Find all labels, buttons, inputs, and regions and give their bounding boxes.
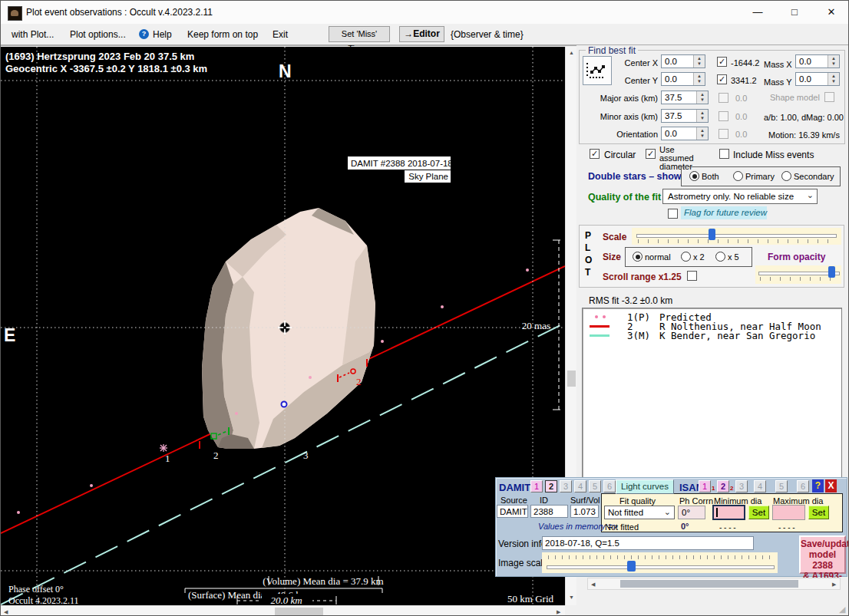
- damit-tab-1[interactable]: 1: [530, 480, 543, 492]
- close-button[interactable]: ✕: [813, 1, 849, 24]
- light-curves-button[interactable]: Light curves: [616, 479, 674, 494]
- source-field[interactable]: DAMIT: [497, 505, 528, 518]
- flag-review-checkbox[interactable]: [668, 209, 678, 219]
- find-best-fit-button[interactable]: [583, 56, 612, 85]
- menu-exit[interactable]: Exit: [273, 29, 288, 40]
- form-opacity-thumb[interactable]: [828, 266, 835, 278]
- v-scroll-thumb[interactable]: [567, 371, 576, 387]
- min-dia-set-button[interactable]: Set: [748, 506, 769, 519]
- circular-label: Circular: [604, 150, 636, 160]
- primary-radio[interactable]: [733, 171, 743, 181]
- image-scale-slider[interactable]: [542, 552, 778, 573]
- damit-close-button[interactable]: X: [825, 479, 837, 492]
- maximize-button[interactable]: □: [776, 1, 813, 24]
- memory-ph-corr: 0°: [681, 522, 689, 531]
- min-dia-input[interactable]: [712, 505, 745, 520]
- source-header: Source: [500, 496, 527, 505]
- size-x2-radio[interactable]: [681, 252, 691, 262]
- include-miss-checkbox[interactable]: [719, 149, 729, 159]
- version-info-field[interactable]: 2018-07-18, Q=1.5: [542, 536, 754, 550]
- isam-tab-1[interactable]: 1: [699, 480, 711, 492]
- damit-tab-3[interactable]: 3: [560, 480, 572, 492]
- id-field[interactable]: 2388: [530, 505, 568, 518]
- image-scale-thumb[interactable]: [627, 561, 636, 572]
- isam-tab-4[interactable]: 4: [754, 480, 766, 492]
- ab-dmag-label: a/b: 1.00, dMag: 0.00: [764, 113, 844, 122]
- circular-checkbox[interactable]: ✓: [590, 149, 600, 159]
- form-opacity-label: Form opacity: [768, 252, 825, 262]
- quality-combobox[interactable]: Astrometry only. No reliable size ⌄: [662, 189, 818, 204]
- save-update-button[interactable]: Save/updatemodel 2388& A1693-2: [799, 535, 846, 574]
- scroll-left-icon[interactable]: ◀: [591, 581, 595, 588]
- sky-plot[interactable]: 1 2 2 3 20 mas (1693) Hertzsprung 2023 F…: [1, 47, 565, 605]
- isam-tab-3[interactable]: 3: [735, 480, 748, 492]
- resize-grip-icon[interactable]: ◢: [839, 604, 845, 614]
- plot-horizontal-scrollbar[interactable]: ◀ ▶: [1, 605, 565, 616]
- menu-keep-on-top[interactable]: Keep form on top: [187, 29, 258, 40]
- scroll-left-icon[interactable]: ◀: [4, 609, 8, 615]
- fit-x-checkbox[interactable]: ✓: [717, 57, 727, 67]
- observations-list[interactable]: 1(P) Predicted 2 R Nolthenius, near Half…: [582, 308, 842, 478]
- predicted-dot-icon: [595, 315, 598, 318]
- center-y-spinner[interactable]: 0.0 ▲▼: [661, 72, 705, 86]
- h-scroll-thumb[interactable]: [275, 608, 323, 616]
- max-dia-set-button[interactable]: Set: [808, 506, 829, 519]
- scroll-down-icon[interactable]: ▼: [569, 595, 574, 600]
- secondary-radio[interactable]: [781, 171, 791, 181]
- scroll-right-icon[interactable]: ▶: [832, 581, 836, 588]
- east-label: E: [4, 325, 15, 345]
- secondary-label: Secondary: [794, 172, 834, 181]
- memory-fit-quality: Not fitted: [605, 522, 639, 532]
- menu-help[interactable]: Help: [153, 29, 172, 40]
- set-miss-times-button[interactable]: Set 'Miss' Times: [329, 26, 390, 42]
- mass-x-spinner[interactable]: 0.0 ▲▼: [795, 54, 840, 68]
- major-axis-spinner[interactable]: 37.5 ▲▼: [661, 91, 709, 104]
- ph-corr-field[interactable]: 0°: [678, 506, 705, 519]
- scale-label: Scale: [603, 232, 626, 242]
- minor-axis-spinner[interactable]: 37.5 ▲▼: [661, 109, 709, 123]
- scale-slider[interactable]: [632, 228, 841, 245]
- use-assumed-checkbox[interactable]: ✓: [646, 149, 656, 159]
- damit-tab-5[interactable]: 5: [589, 480, 601, 492]
- panel-scroll-thumb[interactable]: [620, 580, 798, 588]
- editor-button[interactable]: →Editor: [399, 26, 444, 42]
- mass-y-spinner[interactable]: 0.0 ▲▼: [795, 72, 840, 86]
- panel-horizontal-scrollbar[interactable]: ◀ ▶: [587, 578, 841, 590]
- scale-slider-thumb[interactable]: [709, 229, 715, 240]
- damit-help-button[interactable]: ?: [812, 479, 824, 492]
- center-x-spinner[interactable]: 0.0 ▲▼: [661, 54, 705, 68]
- scroll-right-icon[interactable]: ▶: [557, 609, 560, 615]
- minimize-button[interactable]: —: [739, 1, 776, 24]
- max-dia-input[interactable]: [772, 505, 805, 520]
- both-radio[interactable]: [689, 171, 699, 181]
- minor-fit-value: 0.0: [735, 112, 747, 121]
- menu-with-plot[interactable]: with Plot...: [12, 29, 54, 40]
- obs-row-num[interactable]: 3(M): [627, 331, 650, 341]
- isam-tab-5[interactable]: 5: [775, 480, 788, 492]
- damit-tab-4[interactable]: 4: [574, 480, 586, 492]
- isam-tab-6[interactable]: 6: [797, 480, 809, 492]
- flag-review-label: Flag for future review: [684, 208, 767, 217]
- damit-tab-6[interactable]: 6: [603, 480, 616, 492]
- form-opacity-slider[interactable]: [755, 265, 841, 284]
- scale-bar-label: 20.0 km: [270, 595, 302, 605]
- fit-quality-combobox[interactable]: Not fitted ⌄: [604, 506, 675, 519]
- scroll-up-icon[interactable]: ▲: [569, 50, 574, 55]
- orientation-spinner[interactable]: 0.0 ▲▼: [661, 127, 709, 140]
- scroll-range-checkbox[interactable]: [687, 271, 697, 281]
- chevron-down-icon: ⌄: [664, 507, 671, 517]
- menu-bar: with Plot... Plot options... ? Help Keep…: [1, 24, 849, 46]
- menu-plot-options[interactable]: Plot options...: [70, 29, 126, 40]
- damit-tab-2[interactable]: 2: [545, 480, 557, 492]
- motion-label: Motion: 16.39 km/s: [768, 130, 840, 140]
- size-x5-radio[interactable]: [715, 252, 725, 262]
- app-version-label: Occult 4.2023.2.11: [8, 595, 79, 605]
- fitted-center-marker: [282, 402, 287, 407]
- spin-up-icon: ▲: [697, 56, 702, 61]
- fit-y-checkbox[interactable]: ✓: [717, 74, 727, 84]
- size-normal-radio[interactable]: [633, 252, 643, 262]
- fit-quality-header: Fit quality: [619, 496, 656, 506]
- isam-tab-2[interactable]: 2: [717, 480, 729, 492]
- obs-row-name[interactable]: K Bender, near San Gregorio: [659, 331, 815, 341]
- surfvol-field[interactable]: 1.073: [570, 505, 599, 518]
